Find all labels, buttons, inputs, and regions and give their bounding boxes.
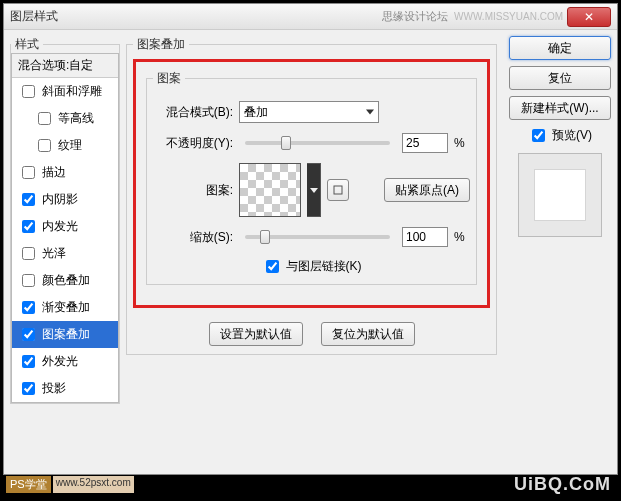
watermark-text: 思缘设计论坛 [382,9,448,24]
badge-text-1: PS学堂 [6,476,51,493]
style-label: 斜面和浮雕 [42,83,102,100]
new-preset-icon [332,184,344,196]
style-checkbox[interactable] [22,328,35,341]
opacity-label: 不透明度(Y): [153,135,233,152]
blend-mode-label: 混合模式(B): [153,104,233,121]
layer-style-dialog: 图层样式 思缘设计论坛 WWW.MISSYUAN.COM ✕ 样式 混合选项:自… [3,3,618,475]
reset-default-button[interactable]: 复位为默认值 [321,322,415,346]
style-label: 渐变叠加 [42,299,90,316]
style-checkbox[interactable] [22,193,35,206]
highlight-box: 图案 混合模式(B): 叠加 不透明度(Y): [133,59,490,308]
scale-label: 缩放(S): [153,229,233,246]
preview-box [518,153,602,237]
blend-mode-combo[interactable]: 叠加 [239,101,379,123]
watermark-url: WWW.MISSYUAN.COM [454,11,563,22]
opacity-input[interactable]: 25 [402,133,448,153]
style-label: 内阴影 [42,191,78,208]
blend-options-row[interactable]: 混合选项:自定 [12,54,118,78]
right-column: 确定 复位 新建样式(W)... 预览(V) [503,36,611,468]
badge-text-2: www.52psxt.com [53,476,134,493]
scale-pct: % [454,230,470,244]
style-label: 内发光 [42,218,78,235]
style-row[interactable]: 外发光 [12,348,118,375]
style-row[interactable]: 投影 [12,375,118,402]
close-button[interactable]: ✕ [567,7,611,27]
style-checkbox[interactable] [22,220,35,233]
pattern-overlay-legend: 图案叠加 [133,36,189,53]
style-row[interactable]: 斜面和浮雕 [12,78,118,105]
left-column: 样式 混合选项:自定 斜面和浮雕等高线纹理描边内阴影内发光光泽颜色叠加渐变叠加图… [10,36,120,468]
scale-row: 缩放(S): 100 % [153,227,470,247]
style-checkbox[interactable] [38,139,51,152]
style-checkbox[interactable] [22,247,35,260]
style-label: 图案叠加 [42,326,90,343]
style-label: 外发光 [42,353,78,370]
link-row: 与图层链接(K) [153,257,470,276]
style-label: 光泽 [42,245,66,262]
style-row[interactable]: 颜色叠加 [12,267,118,294]
style-row[interactable]: 等高线 [12,105,118,132]
style-label: 描边 [42,164,66,181]
scale-thumb[interactable] [260,230,270,244]
preview-checkbox[interactable] [532,129,545,142]
style-row[interactable]: 光泽 [12,240,118,267]
style-label: 等高线 [58,110,94,127]
style-label: 颜色叠加 [42,272,90,289]
pattern-label: 图案: [153,182,233,199]
style-row[interactable]: 图案叠加 [12,321,118,348]
preview-swatch [534,169,586,221]
styles-fieldset: 样式 混合选项:自定 斜面和浮雕等高线纹理描边内阴影内发光光泽颜色叠加渐变叠加图… [10,36,120,404]
set-default-button[interactable]: 设置为默认值 [209,322,303,346]
opacity-pct: % [454,136,470,150]
style-checkbox[interactable] [22,301,35,314]
blend-mode-value: 叠加 [244,104,268,121]
pattern-swatch[interactable] [239,163,301,217]
style-label: 投影 [42,380,66,397]
close-icon: ✕ [584,10,594,24]
create-pattern-button[interactable] [327,179,349,201]
chevron-down-icon [310,188,318,193]
titlebar[interactable]: 图层样式 思缘设计论坛 WWW.MISSYUAN.COM ✕ [4,4,617,30]
opacity-thumb[interactable] [281,136,291,150]
style-row[interactable]: 描边 [12,159,118,186]
center-column: 图案叠加 图案 混合模式(B): 叠加 不透明度(Y): [120,36,503,468]
style-checkbox[interactable] [22,355,35,368]
pattern-sub-legend: 图案 [153,70,185,87]
reset-button[interactable]: 复位 [509,66,611,90]
style-row[interactable]: 内发光 [12,213,118,240]
svg-rect-0 [334,186,342,194]
link-layer-checkbox[interactable] [266,260,279,273]
link-layer-label: 与图层链接(K) [286,258,362,275]
new-style-button[interactable]: 新建样式(W)... [509,96,611,120]
opacity-row: 不透明度(Y): 25 % [153,133,470,153]
window-title: 图层样式 [10,8,382,25]
opacity-slider[interactable] [245,141,390,145]
preview-row: 预览(V) [509,126,611,145]
chevron-down-icon [366,110,374,115]
snap-origin-button[interactable]: 贴紧原点(A) [384,178,470,202]
pattern-subgroup: 图案 混合模式(B): 叠加 不透明度(Y): [146,70,477,285]
style-row[interactable]: 内阴影 [12,186,118,213]
ok-button[interactable]: 确定 [509,36,611,60]
pattern-overlay-group: 图案叠加 图案 混合模式(B): 叠加 不透明度(Y): [126,36,497,355]
defaults-row: 设置为默认值 复位为默认值 [133,322,490,346]
pattern-picker-button[interactable] [307,163,321,217]
style-row[interactable]: 纹理 [12,132,118,159]
style-checkbox[interactable] [22,274,35,287]
pattern-swatch-wrap [239,163,321,217]
style-row[interactable]: 渐变叠加 [12,294,118,321]
bottom-watermark: UiBQ.CoM [514,474,611,495]
style-checkbox[interactable] [22,85,35,98]
scale-input[interactable]: 100 [402,227,448,247]
style-checkbox[interactable] [38,112,51,125]
dialog-body: 样式 混合选项:自定 斜面和浮雕等高线纹理描边内阴影内发光光泽颜色叠加渐变叠加图… [4,30,617,474]
pattern-row: 图案: 贴紧原点(A) [153,163,470,217]
style-checkbox[interactable] [22,166,35,179]
styles-legend: 样式 [11,36,43,53]
bottom-badge: PS学堂 www.52psxt.com [6,476,134,493]
scale-slider[interactable] [245,235,390,239]
styles-list: 混合选项:自定 斜面和浮雕等高线纹理描边内阴影内发光光泽颜色叠加渐变叠加图案叠加… [11,53,119,403]
preview-label: 预览(V) [552,127,592,144]
style-label: 纹理 [58,137,82,154]
style-checkbox[interactable] [22,382,35,395]
